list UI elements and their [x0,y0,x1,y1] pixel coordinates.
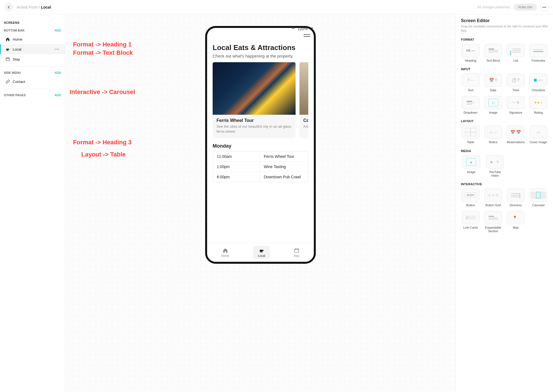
panel-title: Screen Editor [461,18,548,23]
comp-text-block[interactable]: Text Block [484,44,503,62]
sidebar-item-local[interactable]: Local ••• [0,44,65,54]
hamburger-icon[interactable] [304,34,310,37]
comp-footnotes[interactable]: Footnotes [529,44,548,62]
comp-signature[interactable]: 〰 ✎Signature [506,96,526,114]
phone-content: Local Eats & Attractions Check out what'… [207,28,314,182]
comp-cover-image[interactable]: ▭Cover Image [529,126,548,144]
screens-header: SCREENS [0,19,65,27]
comp-carousel[interactable]: Carousel [529,189,548,207]
side-menu-section: SIDE MENU ADD [0,69,65,77]
reservations-glyph-icon: 📅·📅 [510,130,521,134]
side-menu-label: SIDE MENU [4,71,21,74]
back-button[interactable] [4,3,13,12]
sidebar: SCREENS BOTTOM BAR ADD Home Local ••• St… [0,14,65,392]
divider [0,66,65,67]
card-desc: See the sites of our beautiful city in a… [216,124,292,134]
card-image [299,62,308,115]
carousel-card[interactable]: Ferris Wheel Tour See the sites of our b… [213,62,296,138]
carousel-glyph-icon [531,192,546,198]
comp-date[interactable]: 📅 TDate [484,74,503,92]
phone-bottom-bar: Home Local Stay [207,243,314,262]
bottom-bar-label: Local [258,254,265,257]
comp-map[interactable]: 📍 ·Map [506,211,526,233]
comp-image-media[interactable]: ▲Image [461,155,481,177]
comp-link-cards[interactable]: ↗Link Cards [461,211,480,233]
section-format: FORMAT [461,38,548,41]
card-desc: Arti cof [303,124,308,129]
sidebar-item-label: Contact [13,80,25,84]
table-row: 1:00pm Wine Tasting [213,162,308,172]
sidebar-item-label: Stay [13,57,20,61]
comp-rating[interactable]: ★★★Rating [529,96,548,114]
text-glyph-icon: T — [468,78,474,82]
comp-image-input[interactable]: ▢Image [484,96,503,114]
schedule-table[interactable]: 11:00am Ferris Wheel Tour 1:00pm Wine Ta… [213,151,308,182]
interactive-grid: ActionButton ⊘ ⊘ ⊘Button Grid Directory … [461,189,548,233]
add-side-menu[interactable]: ADD [54,71,61,74]
sidebar-item-contact[interactable]: Contact [0,77,65,87]
comp-list[interactable]: List [506,44,526,62]
schedule-event: Ferris Wheel Tour [260,151,308,161]
time-glyph-icon: 🕐 T [512,78,520,82]
canvas[interactable]: Format -> Heading 1 Format -> Text Block… [65,14,456,392]
zoom-in-button[interactable]: + [310,25,314,32]
card-image [213,62,296,115]
comp-reservations[interactable]: 📅·📅Reservations [506,126,526,144]
section-media: MEDIA [461,149,548,153]
sidebar-item-stay[interactable]: Stay [0,54,65,64]
bottom-bar-label: BOTTOM BAR [4,29,24,32]
comp-directory[interactable]: Directory [506,189,526,207]
directory-glyph-icon [511,193,520,197]
breadcrumb-parent[interactable]: Arrival Form [17,5,38,9]
comp-checkbox[interactable]: Checkbox [529,74,548,92]
add-other-page[interactable]: ADD [54,93,61,97]
page-subtitle[interactable]: Check out what's happening at the proper… [213,54,308,58]
bottom-bar-home[interactable]: Home [216,246,234,259]
comp-notice[interactable]: ⚠ —Notice [484,126,503,144]
schedule-time: 6:00pm [213,172,260,182]
image-placeholder-icon: ▢ [488,99,498,106]
bottom-bar-label: Home [221,254,229,257]
panel-subtitle: Drag the available components to the rig… [461,24,548,33]
topbar-left: Arrival Form / Local [4,3,51,12]
divider [0,89,65,89]
phone-preview-wrapper: − 120% + Local Eats & Attractions Check … [205,26,316,264]
schedule-time: 1:00pm [213,162,260,172]
comp-button[interactable]: ActionButton [461,189,480,207]
annotation-heading1: Format -> Heading 1 [73,41,132,48]
layout: SCREENS BOTTOM BAR ADD Home Local ••• St… [0,14,553,392]
input-grid: T —Text 📅 TDate 🕐 TTime Checkbox Dropdow… [461,74,548,114]
more-button[interactable]: ••• [540,3,549,11]
layout-grid: Table ⚠ —Notice 📅·📅Reservations ▭Cover I… [461,126,548,144]
add-bottom-bar[interactable]: ADD [54,29,61,32]
signature-glyph-icon: 〰 ✎ [512,101,520,105]
comp-expandable[interactable]: Expandable Section [484,211,503,233]
phone-frame: Local Eats & Attractions Check out what'… [205,26,316,264]
section-input: INPUT [461,67,548,71]
comp-text[interactable]: T —Text [461,74,480,92]
publish-button[interactable]: PUBLISH [514,4,537,11]
link-cards-glyph-icon: ↗ [465,216,476,219]
button-grid-glyph-icon: ⊘ ⊘ ⊘ [488,193,498,197]
comp-dropdown[interactable]: Dropdown [461,96,480,114]
carousel-card[interactable]: Co Arti cof [299,62,308,138]
stars-icon: ★★★ [534,101,543,104]
schedule-heading[interactable]: Monday [213,143,308,149]
bottom-bar-stay[interactable]: Stay [289,246,305,259]
item-more-icon[interactable]: ••• [54,47,59,51]
page-title[interactable]: Local Eats & Attractions [213,43,308,52]
breadcrumb-current: Local [41,5,51,9]
bottom-bar-local[interactable]: Local [253,246,270,259]
comp-time[interactable]: 🕐 TTime [506,74,526,92]
comp-table[interactable]: Table [461,126,480,144]
carousel[interactable]: Ferris Wheel Tour See the sites of our b… [213,62,308,138]
home-icon [223,248,228,253]
comp-youtube[interactable]: ▶ · ↻YouTube Video [485,155,505,177]
image-placeholder-icon: ▲ [466,158,476,166]
calendar-icon [6,57,10,61]
comp-heading[interactable]: H1 —Heading [461,44,480,62]
zoom-out-button[interactable]: − [292,25,295,32]
sidebar-item-home[interactable]: Home [0,34,65,44]
comp-button-grid[interactable]: ⊘ ⊘ ⊘Button Grid [484,189,503,207]
card-title: Ferris Wheel Tour [216,118,292,123]
